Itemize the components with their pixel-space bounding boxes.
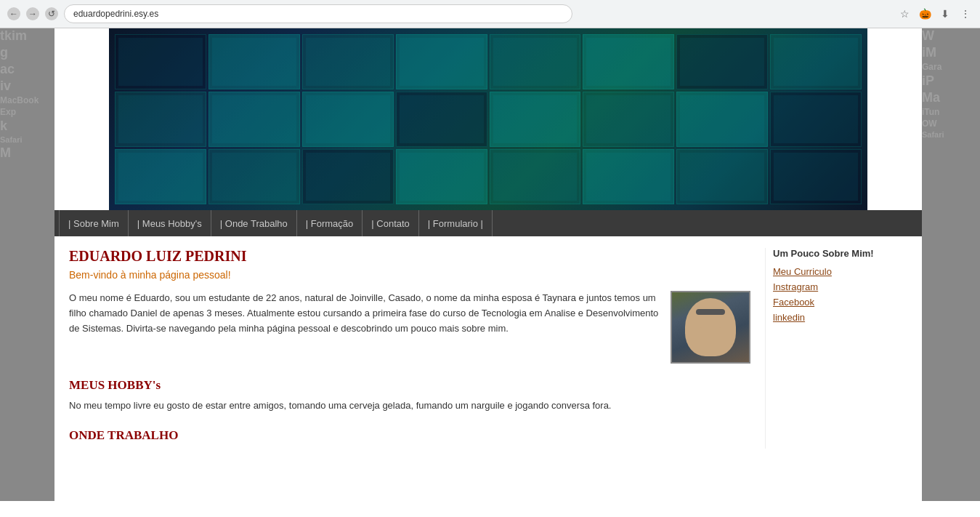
hobbies-text: No meu tempo livre eu gosto de estar ent… bbox=[69, 398, 750, 414]
address-bar[interactable]: eduardopedrini.esy.es bbox=[64, 4, 572, 23]
menu-button[interactable]: ⋮ bbox=[958, 7, 973, 21]
main-nav: | Sobre Mim | Meus Hobby's | Onde Trabal… bbox=[54, 210, 922, 236]
hero-cell bbox=[396, 34, 487, 89]
hero-cell bbox=[583, 92, 674, 147]
hero-cell bbox=[302, 149, 394, 204]
nav-item-onde-trabalho[interactable]: | Onde Trabalho bbox=[211, 210, 296, 236]
hobbies-title: MEUS HOBBY's bbox=[69, 378, 750, 393]
work-title: ONDE TRABALHO bbox=[69, 428, 750, 443]
hero-image bbox=[109, 28, 867, 210]
hero-cell bbox=[676, 149, 768, 204]
hero-cell bbox=[490, 34, 581, 89]
bio-section: O meu nome é Eduardo, sou um estudante d… bbox=[69, 291, 750, 364]
right-bg-text: W iM Gara iP Ma iTun OW Safari bbox=[922, 28, 980, 501]
browser-toolbar: ← → ↺ eduardopedrini.esy.es ☆ 🎃 ⬇ ⋮ bbox=[0, 0, 980, 28]
sidebar-link-instagram[interactable]: Instragram bbox=[773, 281, 910, 292]
refresh-button[interactable]: ↺ bbox=[45, 7, 58, 20]
profile-photo bbox=[671, 291, 750, 364]
content-area: EDUARDO LUIZ PEDRINI Bem-vindo à minha p… bbox=[54, 236, 922, 460]
sidebar-link-facebook[interactable]: Facebook bbox=[773, 297, 910, 308]
page-outer: tkim g ac iv MacBook Exp k Safari M bbox=[0, 28, 980, 501]
nav-item-sobre-mim[interactable]: | Sobre Mim bbox=[59, 210, 128, 236]
hero-cell bbox=[208, 92, 300, 147]
left-background: tkim g ac iv MacBook Exp k Safari M bbox=[0, 28, 54, 501]
nav-item-hobbys[interactable]: | Meus Hobby's bbox=[128, 210, 211, 236]
hero-cell bbox=[676, 92, 768, 147]
profile-face bbox=[685, 298, 736, 356]
hero-cell bbox=[490, 92, 581, 147]
hero-cell bbox=[115, 34, 206, 89]
hero-cell bbox=[302, 34, 394, 89]
bookmark-button[interactable]: ☆ bbox=[897, 7, 912, 21]
hero-cell bbox=[583, 149, 674, 204]
sidebar-heading: Um Pouco Sobre Mim! bbox=[773, 248, 910, 259]
sidebar-link-linkedin[interactable]: linkedin bbox=[773, 312, 910, 323]
hero-cell bbox=[490, 149, 581, 204]
forward-button[interactable]: → bbox=[26, 7, 39, 20]
hero-cell bbox=[583, 34, 674, 89]
hero-grid bbox=[109, 28, 867, 210]
page-title: EDUARDO LUIZ PEDRINI bbox=[69, 248, 750, 265]
hero-cell bbox=[770, 34, 862, 89]
hero-cell bbox=[208, 149, 300, 204]
bio-text: O meu nome é Eduardo, sou um estudante d… bbox=[69, 291, 659, 364]
main-column: EDUARDO LUIZ PEDRINI Bem-vindo à minha p… bbox=[69, 248, 765, 449]
hero-cell bbox=[770, 92, 862, 147]
url-text: eduardopedrini.esy.es bbox=[73, 9, 158, 19]
hero-cell bbox=[770, 149, 862, 204]
hero-cell bbox=[208, 34, 300, 89]
nav-item-formulario[interactable]: | Formulario | bbox=[418, 210, 493, 236]
hero-cell bbox=[396, 149, 487, 204]
welcome-text: Bem-vindo à minha página pessoal! bbox=[69, 269, 750, 281]
hero-cell bbox=[302, 92, 394, 147]
hero-cell bbox=[115, 149, 206, 204]
nav-item-contato[interactable]: | Contato bbox=[362, 210, 418, 236]
nav-item-formacao[interactable]: | Formação bbox=[296, 210, 363, 236]
back-button[interactable]: ← bbox=[7, 7, 20, 20]
hero-cell bbox=[115, 92, 206, 147]
right-background: W iM Gara iP Ma iTun OW Safari bbox=[922, 28, 980, 501]
main-content-wrapper: | Sobre Mim | Meus Hobby's | Onde Trabal… bbox=[54, 28, 922, 501]
left-bg-text: tkim g ac iv MacBook Exp k Safari M bbox=[0, 28, 54, 501]
emoji-button[interactable]: 🎃 bbox=[918, 7, 932, 21]
browser-actions: ☆ 🎃 ⬇ ⋮ bbox=[897, 7, 973, 21]
browser-chrome: ← → ↺ eduardopedrini.esy.es ☆ 🎃 ⬇ ⋮ bbox=[0, 0, 980, 28]
sidebar-column: Um Pouco Sobre Mim! Meu Curriculo Instra… bbox=[765, 248, 910, 449]
sidebar-link-curriculo[interactable]: Meu Curriculo bbox=[773, 266, 910, 277]
download-button[interactable]: ⬇ bbox=[938, 7, 952, 21]
hero-cell bbox=[676, 34, 768, 89]
hero-cell bbox=[396, 92, 487, 147]
